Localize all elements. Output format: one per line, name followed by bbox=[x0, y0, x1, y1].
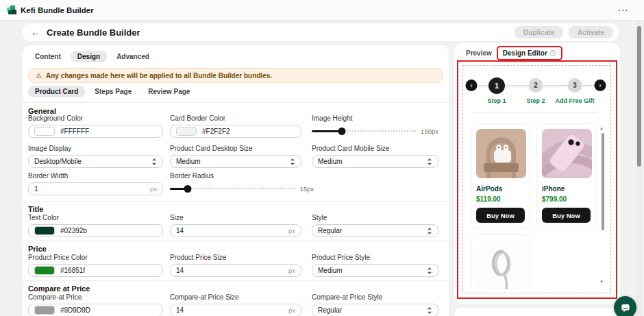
divider bbox=[23, 201, 449, 202]
tab-design-editor[interactable]: Design Editor ⓘ bbox=[497, 46, 562, 60]
page-header: ← Create Bundle Builder Duplicate Activa… bbox=[23, 23, 619, 41]
stepper-line bbox=[478, 85, 489, 86]
title-size-input[interactable]: px bbox=[170, 224, 301, 237]
field-title-size: Size px bbox=[170, 214, 301, 237]
compare-style-select[interactable]: Regular bbox=[312, 304, 438, 316]
activate-button[interactable]: Activate bbox=[569, 26, 613, 38]
background-color-input[interactable] bbox=[28, 125, 163, 138]
select-chevron-icon bbox=[151, 158, 157, 166]
compare-color-value[interactable] bbox=[60, 306, 157, 314]
card-border-color-input[interactable] bbox=[170, 125, 301, 138]
subtab-product-card[interactable]: Product Card bbox=[28, 86, 85, 97]
slider-handle[interactable] bbox=[338, 127, 346, 135]
scroll-down-icon[interactable]: ▼ bbox=[599, 280, 604, 284]
page-scrollbar[interactable] bbox=[636, 21, 642, 316]
unit-label: px bbox=[288, 306, 295, 314]
back-button[interactable]: ← bbox=[31, 27, 40, 38]
price-color-value[interactable] bbox=[60, 267, 157, 274]
title-style-select[interactable]: Regular bbox=[312, 224, 438, 237]
field-compare-color: Compare-at Price bbox=[28, 293, 163, 316]
duplicate-button[interactable]: Duplicate bbox=[515, 26, 563, 38]
price-style-select[interactable]: Medium bbox=[312, 264, 438, 277]
overflow-menu-icon[interactable]: ··· bbox=[619, 6, 630, 14]
color-swatch[interactable] bbox=[34, 266, 55, 275]
slider-handle[interactable] bbox=[184, 185, 191, 193]
tab-design[interactable]: Design bbox=[71, 51, 107, 62]
select-chevron-icon bbox=[427, 158, 432, 166]
field-label: Size bbox=[170, 214, 301, 221]
tab-advanced[interactable]: Advanced bbox=[110, 51, 156, 62]
scroll-up-icon[interactable]: ▲ bbox=[599, 126, 604, 130]
color-swatch[interactable] bbox=[176, 127, 197, 136]
compare-color-input[interactable] bbox=[28, 304, 163, 316]
step-circle-1[interactable]: 1 bbox=[488, 77, 505, 94]
slider-value: 150px bbox=[421, 127, 438, 135]
preview-tabs: Preview Design Editor ⓘ bbox=[465, 46, 562, 60]
field-label: Border Radius bbox=[170, 172, 314, 180]
stepper-next-button[interactable]: › bbox=[595, 80, 606, 91]
section-title-price: Price bbox=[28, 245, 47, 253]
field-label: Compare-at Price Size bbox=[170, 293, 301, 301]
color-swatch[interactable] bbox=[34, 306, 55, 315]
step-circle-3[interactable]: 3 bbox=[568, 78, 582, 93]
field-label: Compare-at Price Style bbox=[312, 293, 438, 301]
step-circle-2[interactable]: 2 bbox=[529, 78, 543, 93]
airpods-product-image bbox=[476, 129, 526, 178]
product-card-iphone[interactable]: iPhone $799.00 Buy Now bbox=[536, 123, 596, 228]
product-title: iPhone bbox=[542, 185, 591, 193]
field-label: Product Price Size bbox=[170, 254, 301, 261]
image-display-select[interactable]: Desktop/Mobile bbox=[28, 155, 163, 168]
compare-size-value[interactable] bbox=[176, 306, 284, 314]
product-card-airpods[interactable]: AirPods $119.00 Buy Now bbox=[471, 123, 530, 228]
stepper-prev-button[interactable]: ‹ bbox=[466, 80, 478, 91]
border-width-value[interactable] bbox=[34, 185, 146, 193]
section-title-title: Title bbox=[28, 205, 43, 213]
field-label: Image Display bbox=[28, 145, 163, 152]
annotation-highlight-box: ‹ 1 2 3 › Step 1 Step 2 Add Free Gift bbox=[457, 60, 617, 299]
title-text-color-value[interactable] bbox=[60, 227, 157, 234]
desktop-size-select[interactable]: Medium bbox=[170, 155, 301, 168]
main-tabs: Content Design Advanced bbox=[28, 51, 156, 62]
field-price-style: Product Price Style Medium bbox=[312, 254, 438, 277]
topbar: Kefi Bundle Builder ··· bbox=[0, 0, 644, 21]
stepper-line bbox=[543, 85, 568, 86]
chat-launcher-button[interactable] bbox=[614, 296, 636, 316]
card-border-color-value[interactable] bbox=[202, 127, 295, 135]
image-height-slider[interactable] bbox=[312, 127, 416, 136]
title-text-color-input[interactable] bbox=[28, 224, 163, 237]
bottom-panel bbox=[454, 308, 620, 316]
price-color-input[interactable] bbox=[28, 264, 163, 277]
step-label-1: Step 1 bbox=[487, 97, 506, 104]
title-size-value[interactable] bbox=[176, 227, 284, 234]
buy-now-button[interactable]: Buy Now bbox=[476, 208, 525, 223]
product-card-cable[interactable] bbox=[471, 234, 530, 293]
field-label: Text Color bbox=[28, 214, 163, 221]
mobile-size-select[interactable]: Medium bbox=[312, 155, 438, 168]
field-image-display: Image Display Desktop/Mobile bbox=[28, 145, 163, 168]
color-swatch[interactable] bbox=[34, 127, 55, 136]
compare-size-input[interactable]: px bbox=[170, 304, 301, 316]
select-chevron-icon bbox=[427, 227, 432, 235]
select-chevron-icon bbox=[290, 158, 295, 166]
field-title-style: Style Regular bbox=[312, 214, 438, 237]
border-radius-slider[interactable] bbox=[170, 184, 295, 193]
header-actions: Duplicate Activate bbox=[515, 26, 613, 38]
buy-now-button[interactable]: Buy Now bbox=[542, 208, 591, 223]
page-scrollbar-thumb[interactable] bbox=[637, 26, 641, 167]
field-label: Background Color bbox=[28, 114, 163, 122]
price-size-value[interactable] bbox=[176, 267, 284, 274]
subtab-steps-page[interactable]: Steps Page bbox=[88, 86, 138, 97]
background-color-value[interactable] bbox=[60, 127, 157, 135]
tab-content[interactable]: Content bbox=[28, 51, 68, 62]
price-size-input[interactable]: px bbox=[170, 264, 301, 277]
border-width-input[interactable]: px bbox=[28, 182, 163, 195]
subtab-review-page[interactable]: Review Page bbox=[141, 86, 197, 97]
cable-product-image bbox=[476, 240, 526, 289]
divider bbox=[23, 241, 449, 241]
tab-preview[interactable]: Preview bbox=[465, 47, 493, 60]
field-desktop-size: Product Card Desktop Size Medium bbox=[170, 145, 301, 168]
preview-scrollbar-thumb[interactable] bbox=[602, 133, 604, 230]
field-mobile-size: Product Card Mobile Size Medium bbox=[312, 145, 438, 168]
color-swatch[interactable] bbox=[34, 226, 55, 235]
design-subtabs: Product Card Steps Page Review Page bbox=[28, 86, 197, 97]
